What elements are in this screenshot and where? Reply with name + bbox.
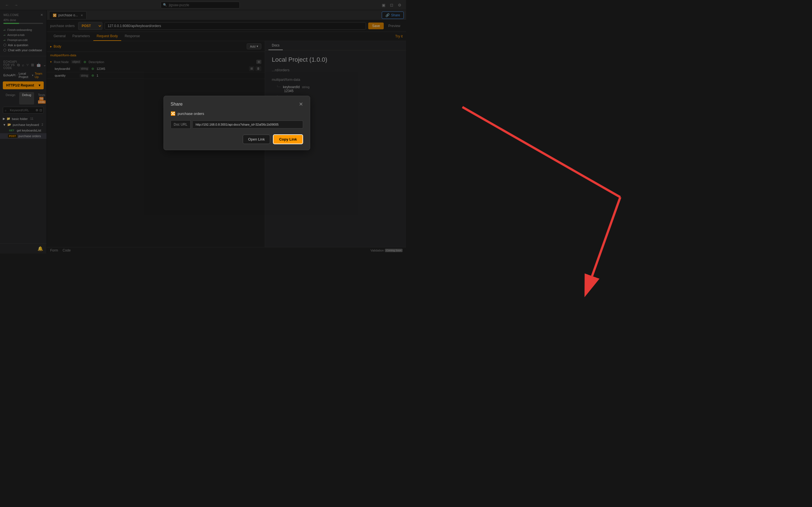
modal-actions: Open Link Copy Link <box>170 134 303 144</box>
modal-item: 🔀 purchase orders <box>170 111 303 116</box>
modal-url-row: Doc URL http://192.168.0.8:3001/api-docs… <box>170 120 303 129</box>
copy-link-button[interactable]: Copy Link <box>273 134 303 144</box>
modal-item-icon: 🔀 <box>170 111 175 116</box>
modal-header: Share ✕ <box>170 102 303 107</box>
share-modal: Share ✕ 🔀 purchase orders Doc URL http:/… <box>163 96 310 150</box>
doc-url-label: Doc URL <box>170 120 191 129</box>
doc-url-value: http://192.168.0.8:3001/api-docs?share_i… <box>193 121 303 128</box>
open-link-button[interactable]: Open Link <box>243 135 270 144</box>
modal-close-button[interactable]: ✕ <box>299 102 303 107</box>
modal-item-label: purchase orders <box>177 112 204 116</box>
modal-overlay[interactable]: Share ✕ 🔀 purchase orders Doc URL http:/… <box>0 0 406 253</box>
modal-title: Share <box>170 102 183 107</box>
